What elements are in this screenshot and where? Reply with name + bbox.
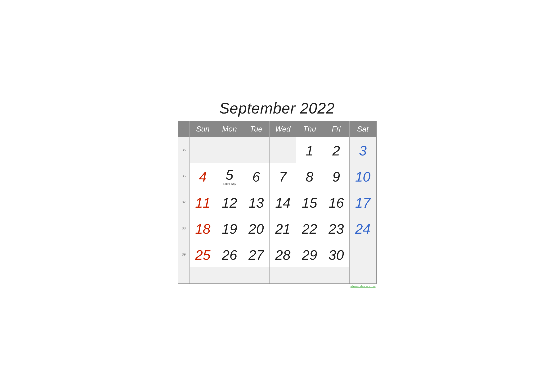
day-cell: 19: [216, 215, 243, 241]
day-cell: [216, 267, 243, 284]
day-number: 8: [298, 168, 321, 184]
day-number: 12: [218, 194, 241, 210]
day-cell: 5Labor Day: [216, 163, 243, 189]
day-cell: 11: [189, 189, 216, 215]
day-cell: 7: [270, 163, 296, 189]
day-cell: 17: [350, 189, 376, 215]
day-cell: 9: [323, 163, 350, 189]
holiday-label: Labor Day: [218, 182, 241, 186]
day-number: 4: [192, 168, 214, 184]
header-thu: Thu: [296, 121, 323, 137]
day-cell: 4: [189, 163, 216, 189]
day-number: 23: [325, 220, 348, 236]
day-cell: [216, 137, 243, 163]
day-number: 28: [271, 246, 294, 262]
day-cell: 29: [296, 241, 323, 267]
day-cell: 30: [323, 241, 350, 267]
day-number: 16: [325, 194, 348, 210]
week-row: 39252627282930: [178, 241, 376, 267]
header-tue: Tue: [243, 121, 270, 137]
day-cell: 12: [216, 189, 243, 215]
day-cell: 8: [296, 163, 323, 189]
week-number: 37: [178, 189, 190, 215]
day-number: 6: [245, 168, 268, 184]
watermark-link[interactable]: wheniscalendars.com: [351, 285, 376, 288]
day-cell: 3: [350, 137, 376, 163]
day-cell: 1: [296, 137, 323, 163]
day-cell: 25: [189, 241, 216, 267]
header-sun: Sun: [189, 121, 216, 137]
day-cell: 16: [323, 189, 350, 215]
header-row: No. Sun Mon Tue Wed Thu Fri Sat: [178, 121, 376, 137]
day-number: 3: [352, 142, 374, 158]
week-row: 3645Labor Day678910: [178, 163, 376, 189]
day-number: 13: [245, 194, 268, 210]
header-wed: Wed: [270, 121, 296, 137]
day-cell: 13: [243, 189, 270, 215]
calendar-container: September 2022 No. Sun Mon Tue Wed Thu F…: [171, 95, 384, 297]
day-cell: 10: [350, 163, 376, 189]
day-number: 27: [245, 246, 268, 262]
header-sat: Sat: [350, 121, 376, 137]
day-cell: 23: [323, 215, 350, 241]
day-cell: [270, 267, 296, 284]
day-cell: 6: [243, 163, 270, 189]
day-cell: 21: [270, 215, 296, 241]
calendar-title: September 2022: [178, 99, 377, 117]
header-mon: Mon: [216, 121, 243, 137]
day-cell: 22: [296, 215, 323, 241]
day-number: 25: [192, 246, 214, 262]
day-number: 14: [271, 194, 294, 210]
day-number: 15: [298, 194, 321, 210]
day-cell: 28: [270, 241, 296, 267]
week-row: 35123: [178, 137, 376, 163]
day-number: 11: [192, 194, 214, 210]
day-cell: 27: [243, 241, 270, 267]
day-number: 29: [298, 246, 321, 262]
day-number: 19: [218, 220, 241, 236]
day-cell: [350, 267, 376, 284]
day-number: 10: [352, 168, 374, 184]
week-number: 36: [178, 163, 190, 189]
header-no: No.: [178, 121, 190, 137]
day-number: 24: [352, 220, 374, 236]
calendar-table: No. Sun Mon Tue Wed Thu Fri Sat 35123364…: [178, 121, 377, 284]
day-number: 18: [192, 220, 214, 236]
day-number: 20: [245, 220, 268, 236]
header-fri: Fri: [323, 121, 350, 137]
day-cell: [323, 267, 350, 284]
day-number: 2: [325, 142, 348, 158]
day-cell: 20: [243, 215, 270, 241]
day-cell: 26: [216, 241, 243, 267]
week-row: 3818192021222324: [178, 215, 376, 241]
week-number: [178, 267, 190, 284]
week-row: 3711121314151617: [178, 189, 376, 215]
day-cell: [296, 267, 323, 284]
day-number: 22: [298, 220, 321, 236]
day-number: 26: [218, 246, 241, 262]
day-number: 7: [271, 168, 294, 184]
day-number: 21: [271, 220, 294, 236]
day-number: 9: [325, 168, 348, 184]
day-cell: 24: [350, 215, 376, 241]
day-cell: [243, 267, 270, 284]
day-number: 30: [325, 246, 348, 262]
day-number: 17: [352, 194, 374, 210]
week-number: 38: [178, 215, 190, 241]
day-cell: [350, 241, 376, 267]
day-cell: [243, 137, 270, 163]
watermark[interactable]: wheniscalendars.com: [178, 285, 377, 288]
day-number: 1: [298, 142, 321, 158]
day-cell: [189, 137, 216, 163]
empty-row: [178, 267, 376, 284]
week-number: 39: [178, 241, 190, 267]
day-cell: 18: [189, 215, 216, 241]
day-cell: [270, 137, 296, 163]
day-cell: [189, 267, 216, 284]
day-cell: 2: [323, 137, 350, 163]
day-cell: 15: [296, 189, 323, 215]
day-number: 5: [218, 166, 241, 182]
week-number: 35: [178, 137, 190, 163]
day-cell: 14: [270, 189, 296, 215]
